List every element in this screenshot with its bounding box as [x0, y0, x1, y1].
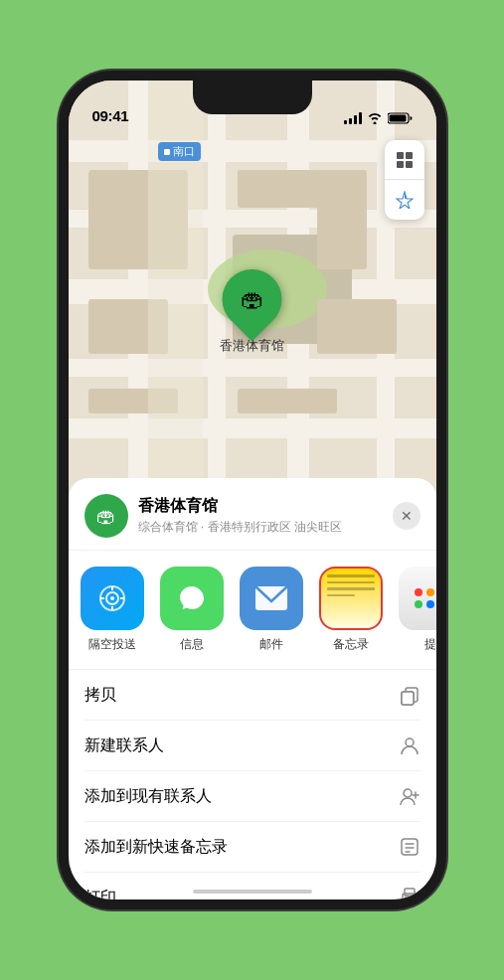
- messages-label: 信息: [180, 636, 204, 653]
- compass-icon: [396, 191, 414, 209]
- action-quick-note[interactable]: 添加到新快速备忘录: [84, 822, 420, 873]
- svg-rect-48: [406, 899, 414, 906]
- phone-frame: 09:41: [59, 71, 446, 909]
- share-row: 隔空投送 信息 邮件: [69, 551, 436, 670]
- action-quick-note-label: 添加到新快速备忘录: [84, 837, 228, 858]
- svg-rect-24: [397, 161, 404, 168]
- share-item-more[interactable]: 提: [399, 567, 436, 653]
- action-print-label: 打印: [84, 888, 116, 908]
- notes-line-2: [327, 581, 375, 584]
- add-contact-icon: [399, 785, 420, 807]
- messages-svg: [174, 580, 210, 616]
- close-button[interactable]: ✕: [393, 502, 420, 530]
- svg-rect-16: [317, 170, 367, 269]
- action-add-existing-contact[interactable]: 添加到现有联系人: [84, 771, 420, 822]
- notes-line-3: [327, 587, 375, 590]
- home-indicator: [193, 890, 312, 894]
- venue-name: 香港体育馆: [138, 496, 393, 517]
- svg-point-28: [110, 596, 114, 600]
- mail-svg: [254, 585, 288, 611]
- action-copy-label: 拷贝: [84, 685, 116, 706]
- status-time: 09:41: [92, 107, 129, 124]
- svg-rect-20: [317, 299, 397, 354]
- notes-lines-wrap: [327, 574, 375, 622]
- svg-rect-25: [406, 161, 413, 168]
- venue-icon: 🏟: [84, 494, 128, 538]
- notes-line-1: [327, 574, 375, 577]
- svg-rect-36: [402, 692, 414, 705]
- notch: [193, 81, 312, 114]
- svg-rect-22: [397, 152, 404, 159]
- map-controls: [385, 140, 424, 220]
- map-view-button[interactable]: [385, 140, 424, 180]
- stadium-pin[interactable]: 🏟 香港体育馆: [220, 269, 284, 355]
- action-new-contact-label: 新建联系人: [84, 735, 164, 756]
- map-area[interactable]: 南口 🏟 香港体育: [69, 81, 436, 498]
- share-item-notes[interactable]: 备忘录: [319, 567, 383, 653]
- notes-label: 备忘录: [333, 636, 369, 653]
- new-contact-icon: [399, 735, 420, 756]
- dot-red: [415, 588, 422, 596]
- notes-line-4: [327, 594, 356, 597]
- print-icon: [399, 887, 420, 908]
- action-copy[interactable]: 拷贝: [84, 670, 420, 721]
- map-layers-icon: [395, 150, 415, 170]
- share-item-mail[interactable]: 邮件: [240, 567, 303, 653]
- mail-label: 邮件: [259, 636, 283, 653]
- venue-info: 香港体育馆 综合体育馆 · 香港特别行政区 油尖旺区: [138, 496, 393, 536]
- svg-rect-19: [238, 389, 337, 413]
- mail-icon-wrap: [240, 567, 303, 630]
- location-tag: 南口: [158, 142, 201, 161]
- signal-icon: [344, 112, 362, 124]
- copy-icon: [399, 684, 420, 706]
- svg-rect-46: [405, 889, 415, 896]
- action-new-contact[interactable]: 新建联系人: [84, 721, 420, 771]
- wifi-icon: [367, 112, 383, 124]
- pin-circle: 🏟: [210, 257, 294, 342]
- more-icon-wrap: [399, 567, 436, 630]
- pin-emoji: 🏟: [241, 285, 264, 313]
- svg-rect-1: [389, 115, 406, 122]
- dot-orange: [426, 588, 434, 596]
- share-item-messages[interactable]: 信息: [160, 567, 224, 653]
- venue-header: 🏟 香港体育馆 综合体育馆 · 香港特别行政区 油尖旺区 ✕: [69, 478, 436, 551]
- messages-icon-wrap: [160, 567, 224, 630]
- airdrop-label: 隔空投送: [88, 636, 136, 653]
- action-list: 拷贝 新建联系人 添加到现有联系人: [69, 670, 436, 909]
- notes-icon-wrap: [319, 567, 383, 630]
- airdrop-icon: [81, 567, 144, 630]
- svg-rect-23: [406, 152, 413, 159]
- battery-icon: [388, 112, 413, 124]
- quick-note-icon: [399, 836, 420, 858]
- venue-subtitle: 综合体育馆 · 香港特别行政区 油尖旺区: [138, 519, 393, 536]
- more-label: 提: [424, 636, 436, 653]
- dots-row-2: [415, 600, 436, 608]
- status-icons: [344, 112, 413, 124]
- svg-point-38: [406, 738, 414, 746]
- svg-point-39: [404, 789, 412, 797]
- airdrop-svg: [96, 582, 128, 614]
- bottom-sheet: 🏟 香港体育馆 综合体育馆 · 香港特别行政区 油尖旺区 ✕: [69, 478, 436, 899]
- dots-row-1: [415, 588, 436, 596]
- dot-blue: [426, 600, 434, 608]
- location-tag-label: 南口: [173, 144, 195, 159]
- location-dot: [164, 149, 170, 155]
- action-add-existing-label: 添加到现有联系人: [84, 786, 212, 807]
- svg-rect-8: [128, 81, 148, 498]
- dot-green: [415, 600, 422, 608]
- close-icon: ✕: [401, 508, 413, 524]
- share-item-airdrop[interactable]: 隔空投送: [81, 567, 144, 653]
- location-button[interactable]: [385, 180, 424, 220]
